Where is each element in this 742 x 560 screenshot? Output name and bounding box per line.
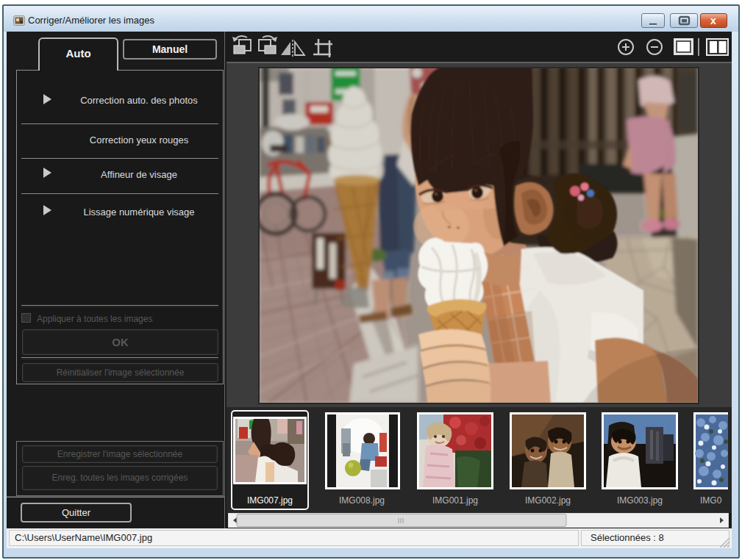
svg-text:x: x: [710, 15, 716, 26]
